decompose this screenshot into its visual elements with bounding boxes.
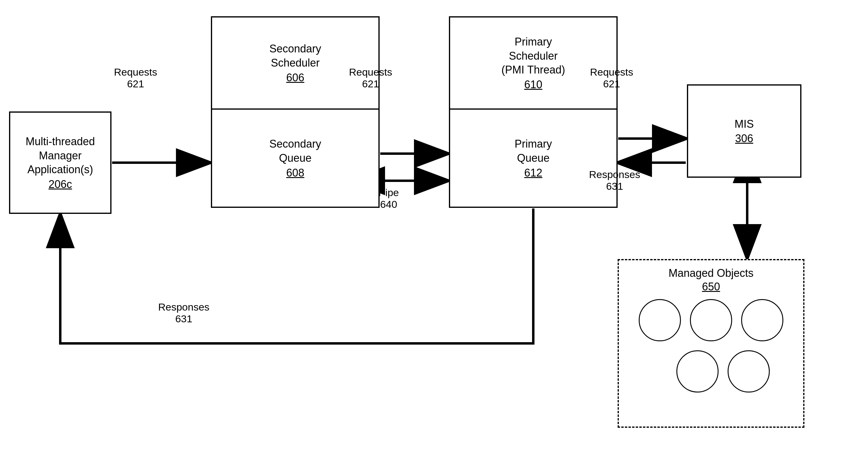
mis-box: MIS 306 <box>687 84 801 178</box>
arrow-response-path <box>60 209 533 343</box>
managed-object-circle-2 <box>690 299 732 341</box>
managed-objects-number: 650 <box>702 280 720 293</box>
label-responses-631-b: Responses631 <box>148 301 220 325</box>
primary-scheduler-title: PrimaryScheduler(PMI Thread) <box>501 35 565 77</box>
secondary-queue-number: 608 <box>286 166 304 179</box>
managed-object-circle-5 <box>727 350 770 393</box>
label-responses-631-a: Responses631 <box>582 169 648 192</box>
label-requests-621-b: Requests621 <box>340 66 401 90</box>
multi-threaded-manager-box: Multi-threaded Manager Application(s) 20… <box>9 112 112 214</box>
multi-threaded-manager-title: Multi-threaded Manager Application(s) <box>10 135 110 177</box>
mis-title: MIS <box>735 117 754 131</box>
primary-scheduler-number: 610 <box>524 78 542 91</box>
primary-queue-title: PrimaryQueue <box>515 137 552 165</box>
mis-number: 306 <box>735 132 753 145</box>
primary-queue-number: 612 <box>524 166 542 179</box>
secondary-scheduler-title: SecondaryScheduler <box>269 42 321 70</box>
primary-scheduler-box: PrimaryScheduler(PMI Thread) 610 <box>449 16 618 110</box>
managed-objects-box: Managed Objects 650 <box>618 259 804 428</box>
secondary-scheduler-number: 606 <box>286 71 304 84</box>
secondary-queue-title: SecondaryQueue <box>269 137 321 165</box>
label-pipe-640: Pipe640 <box>362 187 416 210</box>
diagram-container: Multi-threaded Manager Application(s) 20… <box>0 0 868 469</box>
managed-object-circle-4 <box>676 350 719 393</box>
secondary-queue-box: SecondaryQueue 608 <box>211 108 380 208</box>
managed-objects-title: Managed Objects <box>669 267 753 279</box>
primary-queue-box: PrimaryQueue 612 <box>449 108 618 208</box>
managed-object-circle-1 <box>639 299 681 341</box>
multi-threaded-manager-number: 206c <box>49 178 72 191</box>
managed-object-circle-3 <box>741 299 783 341</box>
label-requests-621-a: Requests621 <box>105 66 166 90</box>
label-requests-621-c: Requests621 <box>582 66 642 90</box>
secondary-scheduler-box: SecondaryScheduler 606 <box>211 16 380 110</box>
